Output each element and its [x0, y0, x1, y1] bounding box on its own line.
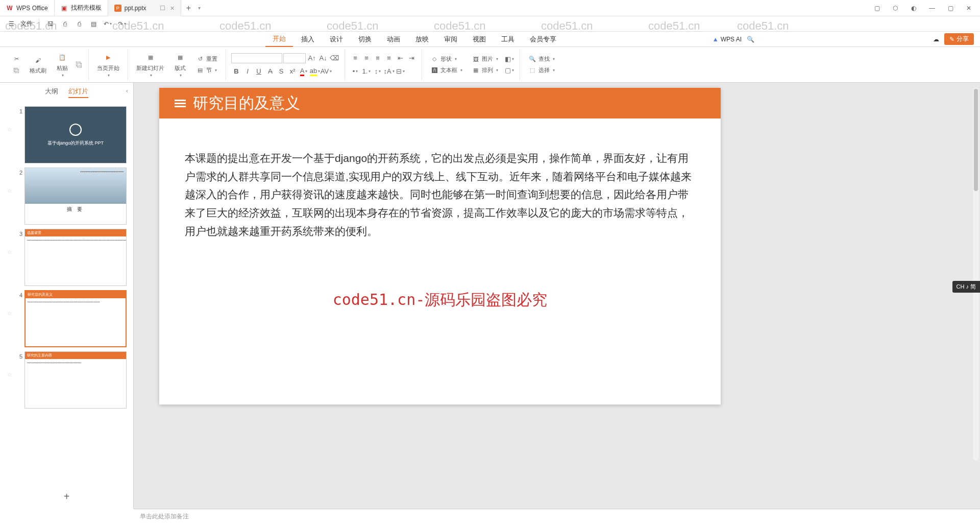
window-close-icon[interactable]: ✕ [964, 3, 974, 13]
tab-tools[interactable]: 工具 [494, 32, 522, 47]
tab-dropdown-icon[interactable]: ▾ [198, 5, 201, 11]
tab-template[interactable]: ▣ 找稻壳模板 [55, 0, 108, 16]
undo-icon[interactable]: ↶▾ [103, 19, 113, 29]
redo-icon[interactable]: ↷▾ [117, 19, 127, 29]
cube-icon[interactable]: ⬡ [890, 3, 900, 13]
slide-body[interactable]: 本课题的提出意在开发一个基于django的开药系统，它的出发点必须是实用，操作简… [159, 118, 721, 271]
share-button[interactable]: ✎ 分享 [944, 33, 974, 45]
tab-insert[interactable]: 插入 [294, 32, 322, 47]
tab-transition[interactable]: 切换 [351, 32, 379, 47]
star-icon[interactable]: ☆ [7, 106, 13, 132]
star-icon[interactable]: ☆ [7, 351, 13, 377]
tab-ppt[interactable]: P ppt.pptx ☐ × [108, 0, 181, 16]
textbox-button[interactable]: 🅰文本框▾ [427, 65, 465, 76]
slide-editor[interactable]: 研究目的及意义 本课题的提出意在开发一个基于django的开药系统，它的出发点必… [134, 83, 980, 509]
preview-icon[interactable]: ▤ [88, 19, 99, 29]
tab-view[interactable]: 视图 [465, 32, 493, 47]
bold-icon[interactable]: B [231, 66, 241, 77]
clear-format-icon[interactable]: ⌫ [329, 53, 339, 63]
star-icon[interactable]: ☆ [7, 290, 13, 316]
tab-animation[interactable]: 动画 [380, 32, 407, 47]
slide-title[interactable]: 研究目的及意义 [193, 93, 300, 114]
print2-icon[interactable]: ⎙ [74, 19, 84, 29]
tab-slideshow[interactable]: 放映 [408, 32, 436, 47]
paste-special-icon[interactable]: ⿻ [75, 61, 83, 69]
notes-pane[interactable]: 单击此处添加备注 [134, 509, 980, 524]
align-center-icon[interactable]: ≡ [361, 53, 372, 63]
wps-ai-button[interactable]: ▲WPS AI [713, 36, 742, 43]
arrange-button[interactable]: ▦排列▾ [469, 65, 501, 76]
thumbnail-5[interactable]: 研究的主要内容 ▪▪▪▪▪▪▪▪▪▪▪▪▪▪▪▪▪▪▪▪▪▪▪▪▪▪▪▪▪▪▪▪… [24, 351, 127, 409]
underline-icon[interactable]: U [254, 66, 264, 77]
select-button[interactable]: ⬚选择▾ [525, 65, 558, 76]
tab-member[interactable]: 会员专享 [523, 32, 564, 47]
language-indicator[interactable]: CH ♪ 简 [952, 281, 981, 293]
tab-design[interactable]: 设计 [323, 32, 350, 47]
paste-button[interactable]: 📋粘贴▾ [53, 50, 72, 80]
tab-menu-icon[interactable]: ☐ [160, 5, 165, 12]
star-icon[interactable]: ☆ [7, 168, 13, 194]
section-button[interactable]: ▤节▾ [193, 65, 220, 76]
bullet-icon[interactable]: • ▾ [350, 66, 360, 77]
reset-button[interactable]: ↺重置 [193, 54, 220, 64]
superscript-icon[interactable]: x² [287, 66, 298, 77]
number-icon[interactable]: 1.▾ [361, 66, 372, 77]
menu-icon[interactable]: ☰ [6, 19, 16, 29]
increase-font-icon[interactable]: A↑ [307, 53, 317, 63]
indent-inc-icon[interactable]: ⇥ [406, 53, 416, 63]
indent-dec-icon[interactable]: ⇤ [395, 53, 405, 63]
sidebar-tab-slides[interactable]: 幻灯片 [68, 87, 88, 98]
font-color-icon[interactable]: A▾ [299, 66, 309, 77]
print-icon[interactable]: ⎙ [60, 19, 70, 29]
save-icon[interactable]: 🖫 [45, 19, 56, 29]
align-left-icon[interactable]: ≡ [350, 53, 360, 63]
minimize-icon[interactable]: — [927, 3, 937, 13]
highlight-icon[interactable]: ab▾ [310, 66, 320, 77]
thumb-head: 选题背景 [25, 229, 126, 236]
sidebar-tab-outline[interactable]: 大纲 [45, 87, 58, 98]
copy-button[interactable]: ⿻ [9, 65, 23, 76]
shape-button[interactable]: ◇形状▾ [427, 54, 465, 64]
slide-canvas[interactable]: 研究目的及意义 本课题的提出意在开发一个基于django的开药系统，它的出发点必… [159, 88, 721, 404]
new-slide-button[interactable]: ▦新建幻灯片▾ [133, 50, 167, 80]
vertical-scrollbar[interactable] [973, 88, 979, 461]
font-size-select[interactable] [283, 53, 306, 63]
search-icon[interactable]: 🔍 [747, 36, 754, 43]
line-spacing-icon[interactable]: ↕▾ [373, 66, 383, 77]
add-slide-button[interactable]: + [0, 485, 133, 509]
window-mode-icon[interactable]: ▢ [872, 3, 882, 13]
picture-button[interactable]: 🖼图片▾ [469, 54, 501, 64]
decrease-font-icon[interactable]: A↓ [318, 53, 328, 63]
maximize-icon[interactable]: ▢ [945, 3, 955, 13]
cut-button[interactable]: ✂ [9, 54, 23, 64]
shadow-icon[interactable]: S [276, 66, 286, 77]
thumbnail-2[interactable]: ▪▪▪▪▪▪▪▪▪▪▪▪▪▪▪▪▪▪▪▪▪▪▪▪▪▪▪▪▪▪▪▪▪▪▪▪▪▪▪▪… [24, 168, 127, 225]
shape-outline-icon[interactable]: ▢▾ [504, 65, 514, 76]
thumbnail-1[interactable]: 基于django的开药系统 PPT [24, 106, 127, 163]
tab-start[interactable]: 开始 [265, 32, 293, 47]
tab-wps-office[interactable]: W WPS Office [0, 0, 55, 16]
from-current-button[interactable]: ▶当页开始▾ [94, 50, 122, 80]
close-icon[interactable]: × [170, 4, 175, 12]
find-button[interactable]: 🔍查找▾ [525, 54, 558, 64]
text-direction-icon[interactable]: ↕A▾ [384, 66, 394, 77]
shape-fill-icon[interactable]: ◧▾ [504, 54, 514, 64]
layout-button[interactable]: ▦版式▾ [170, 50, 190, 80]
tab-add-button[interactable]: + [181, 4, 196, 13]
italic-icon[interactable]: I [242, 66, 253, 77]
char-spacing-icon[interactable]: AV▾ [321, 66, 331, 77]
align-text-icon[interactable]: ⊟▾ [395, 66, 405, 77]
collapse-icon[interactable]: ‹ [126, 87, 128, 94]
font-select[interactable] [231, 53, 282, 63]
thumbnail-3[interactable]: 选题背景 ▪▪▪▪▪▪▪▪▪▪▪▪▪▪▪▪▪▪▪▪▪▪▪▪▪▪▪▪▪▪▪▪▪▪▪… [24, 229, 127, 286]
format-painter-button[interactable]: 🖌格式刷 [27, 53, 50, 77]
user-icon[interactable]: ◐ [909, 3, 919, 13]
align-right-icon[interactable]: ≡ [373, 53, 383, 63]
strikethrough-icon[interactable]: A̶ [265, 66, 275, 77]
star-icon[interactable]: ☆ [7, 229, 13, 255]
thumbnail-4[interactable]: 研究目的及意义 ▪▪▪▪▪▪▪▪▪▪▪▪▪▪▪▪▪▪▪▪▪▪▪▪▪▪▪▪▪▪▪▪… [24, 290, 127, 347]
justify-icon[interactable]: ≡ [384, 53, 394, 63]
cloud-icon[interactable]: ☁ [933, 36, 939, 43]
file-menu[interactable]: 文件 [20, 19, 33, 28]
tab-review[interactable]: 审阅 [437, 32, 464, 47]
